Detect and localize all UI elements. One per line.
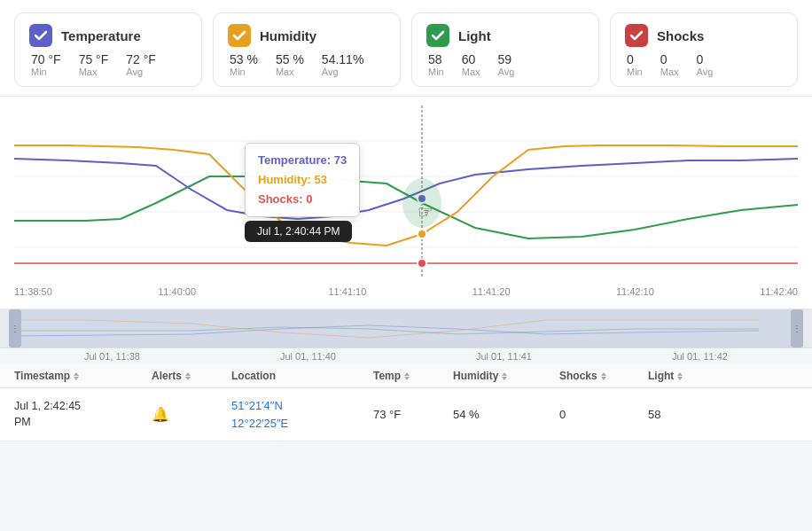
cell-timestamp: Jul 1, 2:42:45PM (14, 399, 152, 430)
minimap-handle-right[interactable]: ⋮ (791, 309, 803, 347)
card-shocks-avg-group: 0Avg (697, 52, 714, 77)
cell-temp: 73 °F (373, 408, 453, 421)
tooltip: Temperature: 73 Humidity: 53 Shocks: 0 J… (245, 143, 360, 242)
coord-lat[interactable]: 51°21′4″N (231, 397, 373, 415)
th-light: Light (648, 370, 737, 382)
card-temperature-max-label: Max (79, 66, 98, 77)
card-temperature-title: Temperature (61, 28, 141, 43)
x-label-4: 11:42:10 (616, 286, 654, 297)
card-light-max-label: Max (462, 66, 480, 77)
card-temperature-header: Temperature (29, 24, 187, 47)
minimap-label-2: Jul 01, 11:41 (476, 351, 532, 362)
table-header: Timestamp Alerts Location Temp Humidity … (0, 364, 812, 388)
chart-container: Temperature: 73 Humidity: 53 Shocks: 0 J… (0, 97, 812, 309)
card-humidity-title: Humidity (260, 28, 316, 43)
chart-svg (14, 105, 798, 278)
svg-point-8 (402, 178, 441, 228)
bell-icon: 🔔 (152, 407, 169, 422)
card-humidity-min-val: 53 % (230, 52, 258, 66)
cell-location: 51°21′4″N 12°22′25″E (231, 397, 373, 432)
x-label-1: 11:40:00 (158, 286, 196, 297)
card-shocks-min-val: 0 (627, 52, 634, 66)
tooltip-shocks-value: 0 (306, 192, 312, 206)
tooltip-shocks-label: Shocks: (258, 192, 303, 206)
minimap-inner: ⋮ ⋮ (0, 309, 812, 347)
card-temperature-min-label: Min (31, 66, 47, 77)
cards-row: Temperature70 °FMin75 °FMax72 °FAvgHumid… (0, 0, 812, 97)
minimap-label-1: Jul 01, 11:40 (280, 351, 336, 362)
card-shocks-header: Shocks (625, 24, 783, 47)
card-light-min-val: 58 (428, 52, 442, 66)
sort-light-icon[interactable] (677, 372, 683, 380)
card-shocks-min-group: 0Min (627, 52, 643, 77)
card-light-checkbox[interactable] (426, 24, 449, 47)
x-label-2: 11:41:10 (328, 286, 366, 297)
th-timestamp: Timestamp (14, 370, 152, 382)
cell-humidity: 54 % (453, 408, 559, 421)
card-humidity-max-label: Max (276, 66, 294, 77)
x-label-3: 11:41:20 (472, 286, 511, 297)
sort-temp-icon[interactable] (404, 372, 410, 380)
x-axis-labels: 11:38:50 11:40:00 11:41:10 11:41:20 11:4… (14, 283, 798, 302)
card-light[interactable]: Light58Min60Max59Avg (411, 12, 599, 87)
card-temperature-checkbox[interactable] (29, 24, 52, 47)
minimap-labels: Jul 01, 11:38 Jul 01, 11:40 Jul 01, 11:4… (0, 348, 812, 364)
cell-shocks: 0 (559, 408, 648, 421)
card-shocks-min-label: Min (627, 66, 643, 77)
card-humidity-max-val: 55 % (276, 52, 304, 66)
th-shocks: Shocks (559, 370, 648, 382)
card-shocks-max-label: Max (660, 66, 679, 77)
card-shocks-avg-val: 0 (697, 52, 704, 66)
card-temperature-max-val: 75 °F (79, 52, 109, 66)
tooltip-humidity-value: 53 (315, 173, 327, 186)
data-table: Timestamp Alerts Location Temp Humidity … (0, 364, 812, 441)
card-light-max-group: 60Max (462, 52, 480, 77)
card-humidity-avg-val: 54.11% (322, 52, 363, 66)
card-humidity-values: 53 %Min55 %Max54.11%Avg (228, 52, 386, 77)
card-light-title: Light (458, 28, 491, 43)
minimap-selection (21, 309, 791, 347)
x-label-0: 11:38:50 (14, 286, 52, 297)
card-light-values: 58Min60Max59Avg (426, 52, 584, 77)
card-humidity[interactable]: Humidity53 %Min55 %Max54.11%Avg (213, 12, 401, 87)
card-humidity-min-label: Min (230, 66, 246, 77)
card-light-max-val: 60 (462, 52, 476, 66)
table-row: Jul 1, 2:42:45PM 🔔 51°21′4″N 12°22′25″E … (0, 388, 812, 441)
card-light-avg-label: Avg (498, 66, 515, 77)
tooltip-time: Jul 1, 2:40:44 PM (245, 221, 352, 242)
svg-point-7 (418, 259, 426, 268)
cell-alerts: 🔔 (152, 406, 231, 423)
tooltip-temp-value: 73 (334, 153, 347, 167)
card-shocks[interactable]: Shocks0Min0Max0Avg (610, 12, 798, 87)
card-light-min-group: 58Min (428, 52, 444, 77)
card-humidity-checkbox[interactable] (228, 24, 251, 47)
th-temp: Temp (373, 370, 453, 382)
card-light-header: Light (426, 24, 584, 47)
sort-timestamp-icon[interactable] (74, 372, 79, 380)
sort-shocks-icon[interactable] (601, 372, 606, 380)
card-temperature-min-group: 70 °FMin (31, 52, 61, 77)
th-location: Location (231, 370, 373, 382)
minimap: ⋮ ⋮ (0, 309, 812, 348)
th-humidity: Humidity (453, 370, 559, 382)
card-light-avg-group: 59Avg (498, 52, 515, 77)
card-shocks-title: Shocks (657, 28, 704, 43)
sort-humidity-icon[interactable] (502, 372, 507, 380)
sort-alerts-icon[interactable] (185, 372, 191, 380)
card-shocks-avg-label: Avg (697, 66, 714, 77)
minimap-label-3: Jul 01, 11:42 (672, 351, 728, 362)
card-shocks-max-val: 0 (660, 52, 668, 66)
card-humidity-avg-label: Avg (322, 66, 339, 77)
tooltip-values: Temperature: 73 Humidity: 53 Shocks: 0 (245, 143, 360, 217)
card-shocks-values: 0Min0Max0Avg (625, 52, 783, 77)
card-humidity-avg-group: 54.11%Avg (322, 52, 363, 77)
minimap-handle-left[interactable]: ⋮ (9, 309, 21, 347)
x-label-5: 11:42:40 (760, 286, 798, 297)
card-temperature-min-val: 70 °F (31, 52, 61, 66)
card-shocks-checkbox[interactable] (625, 24, 648, 47)
chart-inner: Temperature: 73 Humidity: 53 Shocks: 0 J… (14, 105, 798, 283)
coord-lng[interactable]: 12°22′25″E (231, 415, 373, 433)
card-temperature-avg-label: Avg (126, 66, 143, 77)
card-temperature-max-group: 75 °FMax (79, 52, 109, 77)
card-temperature[interactable]: Temperature70 °FMin75 °FMax72 °FAvg (14, 12, 202, 87)
